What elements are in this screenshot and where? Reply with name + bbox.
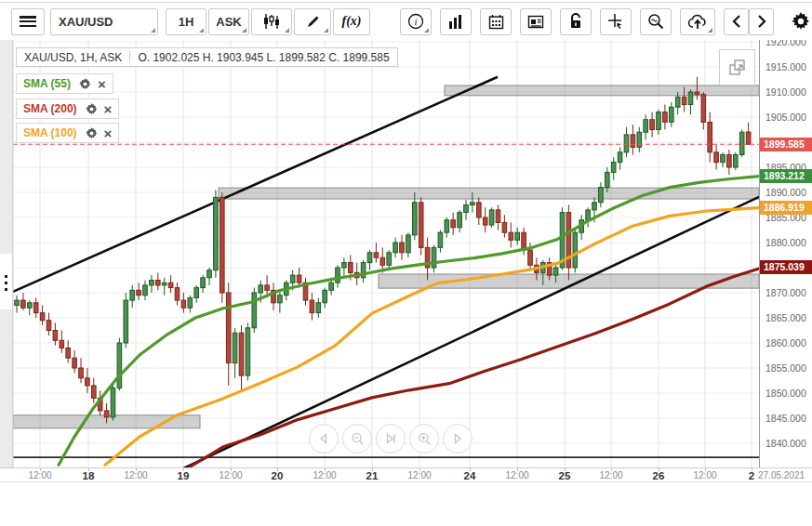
price-axis-label: 1915.000 bbox=[765, 61, 806, 72]
chevron-left-icon bbox=[732, 15, 741, 28]
skip-to-end-icon bbox=[384, 432, 397, 445]
time-axis-tick bbox=[419, 468, 420, 471]
chart-type-button[interactable] bbox=[251, 8, 292, 35]
unlock-icon bbox=[568, 13, 583, 30]
functions-button[interactable]: f(x) bbox=[333, 8, 370, 35]
forward-button[interactable] bbox=[749, 8, 774, 35]
price-badge: 1875.039 bbox=[760, 260, 812, 274]
menu-icon bbox=[20, 16, 36, 27]
time-axis-tick bbox=[565, 468, 566, 471]
info-button[interactable]: i bbox=[400, 8, 432, 35]
zoom-in-icon bbox=[418, 432, 432, 446]
indicator-chip-sma200: SMA (200) × bbox=[16, 99, 119, 119]
price-axis-label: 1870.000 bbox=[765, 287, 806, 298]
timeline-navigator[interactable] bbox=[0, 482, 812, 526]
time-axis-tick bbox=[40, 468, 41, 471]
indicator-settings-icon[interactable] bbox=[86, 127, 98, 139]
cloud-upload-icon bbox=[687, 14, 708, 30]
scroll-right-button[interactable] bbox=[443, 424, 473, 454]
time-axis[interactable]: 12:001812:001912:002012:002112:002412:00… bbox=[0, 467, 812, 482]
news-icon bbox=[527, 15, 544, 29]
settings-button[interactable] bbox=[787, 8, 812, 35]
zoom-out-icon bbox=[351, 432, 365, 446]
time-axis-tick bbox=[325, 468, 326, 471]
price-axis-label: 1855.000 bbox=[765, 362, 806, 374]
time-axis-label: 27.05.2021 bbox=[758, 470, 812, 480]
zoom-tool-button[interactable] bbox=[640, 8, 672, 35]
trading-chart-window: XAU/USD 1H ASK f(x) i bbox=[0, 0, 812, 526]
magnifier-icon bbox=[647, 13, 664, 30]
zoom-out-button[interactable] bbox=[342, 424, 372, 454]
price-axis-label: 1860.000 bbox=[765, 337, 806, 348]
legend-ohlc: O. 1902.025 H. 1903.945 L. 1899.582 C. 1… bbox=[138, 51, 389, 64]
indicator-remove-icon[interactable]: × bbox=[104, 102, 113, 116]
news-button[interactable] bbox=[520, 8, 552, 35]
time-axis-tick bbox=[277, 468, 278, 471]
symbol-select[interactable]: XAU/USD bbox=[50, 8, 158, 35]
price-badge: 1899.585 bbox=[760, 138, 812, 151]
volume-button[interactable] bbox=[440, 8, 472, 35]
left-panel-strip bbox=[0, 40, 13, 526]
detach-chart-button[interactable] bbox=[719, 49, 755, 85]
panel-drag-handle[interactable] bbox=[0, 254, 12, 309]
svg-text:i: i bbox=[414, 16, 417, 27]
triangle-left-icon bbox=[317, 432, 330, 445]
chart-nav-controls bbox=[309, 424, 473, 454]
info-icon: i bbox=[407, 13, 424, 30]
chart-legend: XAU/USD, 1H, ASK O. 1902.025 H. 1903.945… bbox=[16, 47, 398, 67]
price-axis-label: 1880.000 bbox=[765, 237, 806, 248]
symbol-label: XAU/USD bbox=[59, 15, 113, 29]
time-axis-tick bbox=[659, 468, 659, 471]
gear-icon bbox=[792, 12, 810, 31]
toolbar: XAU/USD 1H ASK f(x) i bbox=[0, 3, 812, 40]
indicator-settings-icon[interactable] bbox=[86, 103, 98, 115]
indicator-chip-sma100: SMA (100) × bbox=[16, 123, 119, 143]
price-axis-label: 1910.000 bbox=[765, 86, 806, 98]
chevron-right-icon bbox=[757, 15, 766, 28]
time-axis-tick bbox=[517, 468, 518, 471]
volume-bars-icon bbox=[447, 14, 464, 29]
indicator-label: SMA (200) bbox=[23, 102, 77, 115]
price-axis-label: 1890.000 bbox=[765, 187, 806, 198]
calendar-icon bbox=[488, 14, 504, 30]
price-axis-label: 1905.000 bbox=[765, 112, 806, 123]
indicator-remove-icon[interactable]: × bbox=[104, 126, 113, 140]
time-axis-tick bbox=[611, 468, 612, 471]
crosshair-button[interactable] bbox=[600, 8, 632, 35]
price-type-select[interactable]: ASK bbox=[208, 8, 249, 35]
indicator-label: SMA (55) bbox=[23, 77, 71, 90]
candlestick-icon bbox=[262, 13, 281, 30]
time-axis-tick bbox=[470, 468, 471, 471]
time-axis-tick bbox=[705, 468, 706, 471]
time-axis-label: 12:00 bbox=[392, 470, 447, 480]
go-to-latest-button[interactable] bbox=[376, 424, 406, 454]
time-axis-tick bbox=[372, 468, 373, 471]
calendar-button[interactable] bbox=[480, 8, 512, 35]
menu-button[interactable] bbox=[11, 8, 45, 35]
time-axis-tick bbox=[88, 468, 89, 471]
indicator-settings-icon[interactable] bbox=[79, 78, 91, 90]
expand-icon bbox=[727, 58, 748, 78]
legend-divider bbox=[129, 51, 130, 63]
indicator-remove-icon[interactable]: × bbox=[98, 77, 106, 91]
price-badge: 1886.919 bbox=[760, 201, 812, 215]
time-axis-tick bbox=[231, 468, 232, 471]
cloud-save-button[interactable] bbox=[680, 8, 715, 35]
price-axis-label: 1845.000 bbox=[765, 413, 806, 424]
back-button[interactable] bbox=[724, 8, 749, 35]
draw-tools-button[interactable] bbox=[294, 8, 331, 35]
time-axis-tick bbox=[183, 468, 184, 471]
timeframe-select[interactable]: 1H bbox=[166, 8, 206, 35]
price-axis-label: 1850.000 bbox=[765, 388, 806, 399]
legend-title: XAU/USD, 1H, ASK bbox=[24, 51, 122, 64]
lock-button[interactable] bbox=[560, 8, 592, 35]
zoom-in-button[interactable] bbox=[409, 424, 439, 454]
indicator-label: SMA (100) bbox=[23, 126, 77, 139]
time-axis-tick bbox=[752, 468, 752, 471]
fx-icon: f(x) bbox=[342, 14, 362, 29]
price-axis[interactable]: 1920.0001915.0001910.0001905.0001900.000… bbox=[759, 40, 812, 467]
price-axis-label: 1840.000 bbox=[765, 438, 806, 449]
time-axis-tick bbox=[136, 468, 137, 471]
scroll-left-button[interactable] bbox=[309, 424, 339, 454]
price-axis-label: 1865.000 bbox=[765, 312, 806, 323]
